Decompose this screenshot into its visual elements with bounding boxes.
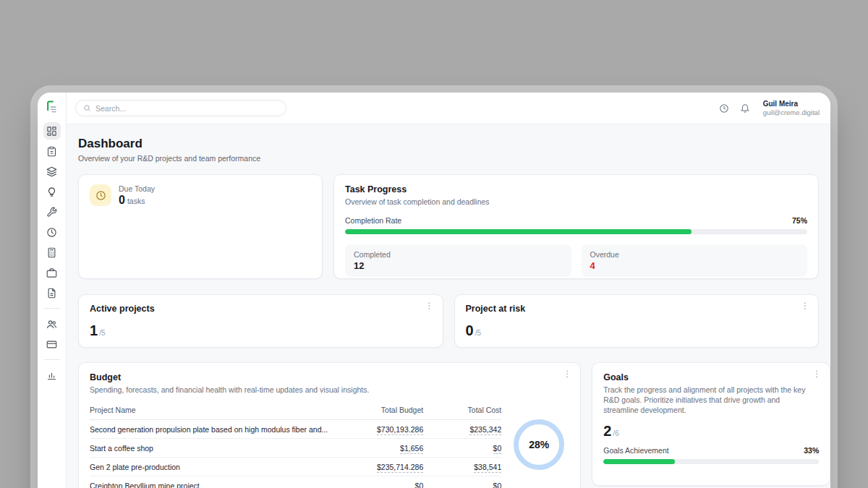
sidebar-item-projects[interactable] bbox=[43, 163, 61, 180]
project-name: Second generation propulsion plate based… bbox=[90, 425, 335, 434]
goals-value: 2 bbox=[603, 423, 611, 439]
table-row: Second generation propulsion plate based… bbox=[90, 420, 501, 439]
active-projects-menu-button[interactable]: ⋮ bbox=[425, 301, 434, 310]
goals-card: ⋮ Goals Track the progress and alignment… bbox=[592, 362, 830, 486]
topbar: Guil Meira guil@creme.digital bbox=[67, 93, 830, 124]
desktop-background: V1.0 Guil Meira bbox=[0, 0, 868, 488]
goals-total: /6 bbox=[613, 429, 618, 437]
completion-rate-label: Completion Rate bbox=[345, 216, 401, 225]
history-button[interactable] bbox=[719, 103, 729, 114]
total-budget-value[interactable]: $730,193.286 bbox=[377, 425, 423, 435]
task-progress-subtitle: Overview of task completion and deadline… bbox=[345, 197, 807, 207]
sidebar-item-billing[interactable] bbox=[43, 335, 61, 353]
search-input[interactable] bbox=[95, 104, 278, 113]
budget-donut-area: 28% bbox=[509, 403, 569, 488]
total-cost-value[interactable]: $0 bbox=[493, 481, 502, 488]
budget-table: Project Name Total Budget Total Cost Sec… bbox=[90, 403, 501, 488]
budget-subtitle: Spending, forecasts, and financial healt… bbox=[90, 385, 569, 395]
goals-progress-track bbox=[603, 459, 819, 464]
sidebar-item-reports[interactable] bbox=[43, 367, 61, 384]
sidebar-item-tools[interactable] bbox=[43, 203, 61, 221]
sidebar-item-calculator[interactable] bbox=[43, 244, 61, 261]
due-today-label: Due Today bbox=[119, 184, 155, 193]
total-cost-value[interactable]: $235,342 bbox=[469, 425, 501, 435]
task-progress-card: Task Progress Overview of task completio… bbox=[333, 174, 819, 279]
overdue-stat-box: Overdue 4 bbox=[582, 244, 808, 277]
clock-icon bbox=[719, 103, 729, 114]
goals-title: Goals bbox=[603, 372, 819, 382]
dashboard-content: Dashboard Overview of your R&D projects … bbox=[67, 124, 830, 488]
budget-table-header: Project Name Total Budget Total Cost bbox=[90, 403, 501, 420]
sidebar-item-ideas[interactable] bbox=[43, 183, 61, 200]
goals-achievement-value: 33% bbox=[804, 446, 819, 455]
project-at-risk-menu-button[interactable]: ⋮ bbox=[801, 301, 809, 310]
app-window: V1.0 Guil Meira bbox=[38, 93, 830, 488]
document-icon bbox=[46, 288, 57, 299]
user-email: guil@creme.digital bbox=[763, 108, 820, 116]
user-menu[interactable]: Guil Meira guil@creme.digital bbox=[763, 100, 820, 116]
goals-achievement-label: Goals Achievement bbox=[603, 446, 668, 455]
budget-title: Budget bbox=[90, 372, 569, 382]
due-today-clock-badge bbox=[90, 184, 111, 206]
sidebar-item-team[interactable] bbox=[43, 315, 61, 333]
page-subtitle: Overview of your R&D projects and team p… bbox=[78, 154, 819, 163]
project-name: Start a coffee shop bbox=[90, 444, 335, 453]
sidebar: V1.0 bbox=[38, 93, 67, 488]
completed-stat-box: Completed 12 bbox=[345, 244, 571, 277]
table-row: Creighton Beryllium mine project $0 $0 bbox=[90, 476, 501, 488]
sidebar-item-dashboard[interactable] bbox=[43, 122, 61, 140]
completed-label: Completed bbox=[354, 250, 563, 259]
due-today-value: 0 bbox=[119, 194, 125, 206]
sidebar-item-documents[interactable] bbox=[43, 284, 61, 301]
goals-subtitle: Track the progress and alignment of all … bbox=[603, 385, 812, 416]
budget-percent-donut: 28% bbox=[514, 419, 564, 470]
completion-progress-track bbox=[345, 229, 807, 234]
briefcase-icon bbox=[46, 267, 57, 278]
total-budget-value[interactable]: $1,656 bbox=[400, 444, 423, 454]
total-budget-value[interactable]: $235,714.286 bbox=[377, 463, 423, 473]
row-budget-goals: ⋮ Budget Spending, forecasts, and financ… bbox=[78, 362, 819, 488]
sidebar-item-time[interactable] bbox=[43, 223, 61, 241]
project-at-risk-title: Project at risk bbox=[466, 304, 808, 314]
active-projects-value: 1 bbox=[90, 322, 98, 338]
project-name: Gen 2 plate pre-production bbox=[90, 463, 335, 471]
topbar-actions: Guil Meira guil@creme.digital bbox=[719, 100, 820, 116]
total-budget-value[interactable]: $0 bbox=[415, 481, 424, 488]
column-total-budget: Total Budget bbox=[335, 406, 423, 414]
total-cost-value[interactable]: $38,541 bbox=[474, 463, 501, 473]
project-at-risk-card: ⋮ Project at risk 0/5 bbox=[454, 294, 820, 348]
sidebar-item-portfolio[interactable] bbox=[43, 264, 61, 281]
search-input-wrap bbox=[75, 100, 286, 116]
project-name: Creighton Beryllium mine project bbox=[90, 481, 335, 488]
budget-menu-button[interactable]: ⋮ bbox=[563, 369, 571, 378]
row-projects: ⋮ Active projects 1/5 ⋮ Project at risk … bbox=[78, 294, 819, 348]
budget-card: ⋮ Budget Spending, forecasts, and financ… bbox=[78, 362, 581, 488]
dashboard-grid-icon bbox=[46, 126, 57, 137]
sidebar-divider bbox=[44, 359, 60, 360]
wrench-icon bbox=[46, 207, 57, 218]
active-projects-card: ⋮ Active projects 1/5 bbox=[78, 294, 443, 348]
app-logo[interactable] bbox=[44, 99, 60, 115]
total-cost-value[interactable]: $0 bbox=[493, 444, 502, 454]
main-area: Guil Meira guil@creme.digital Dashboard … bbox=[67, 93, 830, 488]
clock-icon bbox=[95, 190, 106, 201]
clock-icon bbox=[46, 227, 57, 238]
due-today-card: Due Today 0tasks bbox=[78, 174, 323, 279]
sidebar-divider bbox=[44, 308, 60, 309]
project-at-risk-value: 0 bbox=[466, 322, 474, 338]
notifications-button[interactable] bbox=[740, 103, 750, 114]
table-row: Gen 2 plate pre-production $235,714.286 … bbox=[90, 458, 501, 476]
row-summary: Due Today 0tasks Task Progress Overview … bbox=[78, 174, 819, 279]
completion-progress-fill bbox=[345, 229, 692, 234]
completed-value: 12 bbox=[354, 260, 563, 271]
active-projects-total: /5 bbox=[99, 329, 105, 337]
sidebar-item-tasks[interactable] bbox=[43, 142, 61, 160]
clipboard-icon bbox=[46, 146, 57, 157]
column-project-name: Project Name bbox=[90, 406, 335, 414]
completion-rate-value: 75% bbox=[792, 216, 807, 225]
layers-icon bbox=[46, 166, 57, 177]
goals-menu-button[interactable]: ⋮ bbox=[812, 369, 821, 378]
page-title: Dashboard bbox=[78, 137, 819, 151]
task-progress-title: Task Progress bbox=[345, 184, 807, 194]
project-at-risk-total: /5 bbox=[475, 329, 481, 337]
